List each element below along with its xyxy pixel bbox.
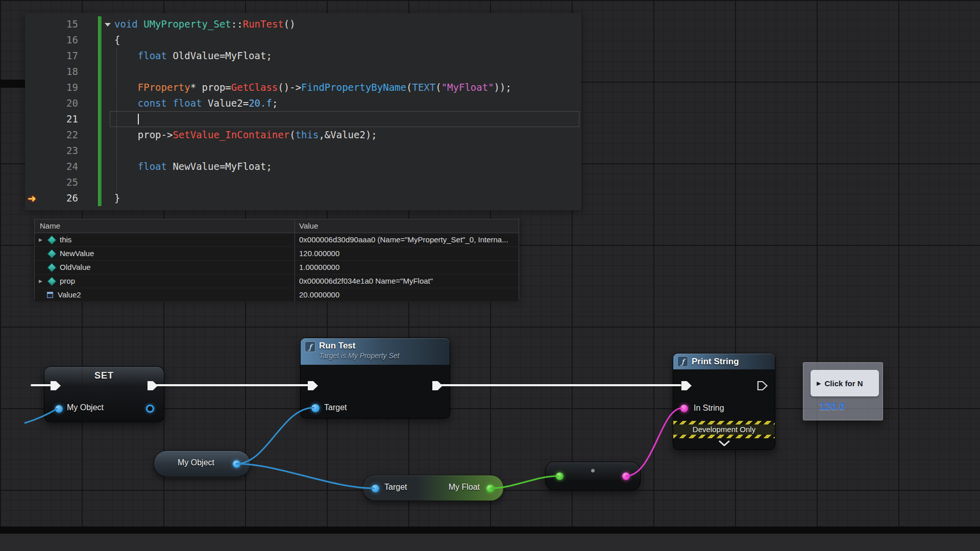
breakpoint-margin[interactable]: ➜: [25, 190, 44, 206]
watch-row[interactable]: ▶this0x000006d30d90aaa0 (Name="MyPropert…: [35, 233, 519, 247]
my-object-variable-node[interactable]: My Object: [154, 450, 251, 477]
variable-value[interactable]: 0x000006d2f034e1a0 Name="MyFloat": [295, 274, 519, 288]
code-text[interactable]: }: [114, 190, 581, 206]
code-line[interactable]: 24 float NewValue=MyFloat;: [25, 159, 581, 174]
watch-row[interactable]: OldValue1.00000000: [35, 261, 519, 274]
fold-gutter[interactable]: [78, 48, 114, 64]
code-line[interactable]: 17 float OldValue=MyFloat;: [25, 48, 581, 64]
code-line[interactable]: 21: [25, 111, 581, 127]
breakpoint-margin[interactable]: [25, 111, 44, 127]
fold-gutter[interactable]: [78, 174, 114, 190]
in-string-input-pin[interactable]: [680, 405, 688, 412]
watch-name-cell[interactable]: NewValue: [35, 247, 295, 260]
exec-in-pin[interactable]: [681, 381, 692, 391]
blueprint-graph-canvas[interactable]: SET My Object ƒ Run Test Target is My Pr…: [0, 0, 980, 551]
code-text[interactable]: {: [114, 32, 581, 48]
string-output-pin[interactable]: [622, 472, 630, 480]
code-text[interactable]: float NewValue=MyFloat;: [114, 159, 581, 174]
expander-icon[interactable]: ▶: [39, 233, 47, 246]
breakpoint-margin[interactable]: [25, 48, 44, 64]
variable-value[interactable]: 1.00000000: [295, 261, 519, 274]
code-line[interactable]: 16{: [25, 32, 581, 48]
code-text[interactable]: [114, 143, 581, 159]
fold-gutter[interactable]: [78, 32, 114, 48]
line-number: 16: [44, 32, 78, 48]
fold-gutter[interactable]: [78, 190, 114, 206]
object-variable-icon: [47, 263, 56, 272]
breakpoint-margin[interactable]: [25, 95, 44, 111]
conversion-node[interactable]: [545, 462, 641, 490]
breakpoint-margin[interactable]: [25, 127, 44, 143]
code-text[interactable]: prop->SetValue_InContainer(this,&Value2)…: [114, 127, 581, 143]
code-line[interactable]: 18: [25, 64, 581, 80]
variable-value[interactable]: 20.0000000: [295, 288, 519, 302]
code-line[interactable]: ➜26}: [25, 190, 581, 206]
code-line[interactable]: 25: [25, 174, 581, 190]
watch-column-name[interactable]: Name: [35, 219, 295, 233]
code-text[interactable]: const float Value2=20.f;: [114, 95, 581, 111]
fold-gutter[interactable]: [78, 64, 114, 80]
get-my-float-node[interactable]: Target My Float: [362, 475, 504, 501]
code-text[interactable]: float OldValue=MyFloat;: [114, 48, 581, 64]
breakpoint-margin[interactable]: [25, 159, 44, 174]
development-only-banner: Development Only: [673, 421, 775, 438]
code-line[interactable]: 15void UMyProperty_Set::RunTest(): [25, 16, 581, 32]
debug-bubble-header[interactable]: ▶ Click for N: [811, 370, 879, 396]
my-object-input-pin[interactable]: [55, 405, 63, 413]
run-test-node[interactable]: ƒ Run Test Target is My Property Set Tar…: [300, 338, 450, 418]
code-text[interactable]: [114, 111, 581, 127]
watch-window: Name Value ▶this0x000006d30d90aaa0 (Name…: [34, 219, 519, 299]
fold-gutter[interactable]: [78, 159, 114, 174]
fold-gutter[interactable]: [78, 16, 114, 32]
target-input-pin[interactable]: [372, 485, 379, 492]
watch-name-cell[interactable]: ▶this: [35, 233, 295, 246]
breakpoint-margin[interactable]: [25, 80, 44, 95]
variable-value[interactable]: 120.000000: [295, 247, 519, 260]
my-object-output-pin[interactable]: [233, 460, 240, 468]
watch-column-value[interactable]: Value: [295, 219, 519, 233]
exec-in-pin[interactable]: [50, 381, 61, 391]
code-text[interactable]: [114, 64, 581, 80]
exec-out-pin[interactable]: [147, 381, 158, 391]
fold-gutter[interactable]: [78, 111, 114, 127]
debug-watch-bubble[interactable]: ▶ Click for N 120.0: [803, 362, 883, 420]
line-number: 26: [44, 190, 78, 206]
watch-row[interactable]: Value220.0000000: [35, 288, 519, 302]
exec-out-pin[interactable]: [757, 381, 768, 391]
breakpoint-margin[interactable]: [25, 174, 44, 190]
fold-gutter[interactable]: [78, 95, 114, 111]
fold-gutter[interactable]: [78, 143, 114, 159]
collapse-chevron-icon[interactable]: [105, 23, 111, 27]
watch-name-cell[interactable]: OldValue: [35, 261, 295, 274]
my-object-output-pin[interactable]: [146, 405, 154, 413]
target-input-pin[interactable]: [311, 404, 320, 412]
breakpoint-margin[interactable]: [25, 64, 44, 80]
breakpoint-margin[interactable]: [25, 16, 44, 32]
code-line[interactable]: 22 prop->SetValue_InContainer(this,&Valu…: [25, 127, 581, 143]
code-line[interactable]: 19 FProperty* prop=GetClass()->FindPrope…: [25, 80, 581, 95]
set-node[interactable]: SET My Object: [44, 366, 164, 422]
variable-value[interactable]: 0x000006d30d90aaa0 (Name="MyProperty_Set…: [295, 233, 519, 246]
chevron-down-icon[interactable]: [719, 439, 730, 448]
code-line[interactable]: 23: [25, 143, 581, 159]
text-cursor: [138, 114, 139, 124]
execution-pointer-icon: ➜: [28, 191, 36, 207]
code-text[interactable]: [114, 174, 581, 190]
exec-in-pin[interactable]: [307, 381, 318, 391]
watch-name-cell[interactable]: Value2: [35, 288, 295, 302]
breakpoint-margin[interactable]: [25, 32, 44, 48]
fold-gutter[interactable]: [78, 127, 114, 143]
watch-name-cell[interactable]: ▶prop: [35, 274, 295, 288]
exec-out-pin[interactable]: [432, 381, 443, 391]
print-string-node[interactable]: ƒ Print String In String Development Onl…: [673, 353, 775, 450]
code-text[interactable]: void UMyProperty_Set::RunTest(): [114, 16, 581, 32]
breakpoint-margin[interactable]: [25, 143, 44, 159]
float-input-pin[interactable]: [556, 472, 564, 480]
watch-row[interactable]: NewValue120.000000: [35, 247, 519, 261]
my-float-output-pin[interactable]: [486, 485, 494, 492]
code-text[interactable]: FProperty* prop=GetClass()->FindProperty…: [114, 80, 581, 95]
expander-icon[interactable]: ▶: [39, 274, 47, 288]
fold-gutter[interactable]: [78, 80, 114, 95]
watch-row[interactable]: ▶prop0x000006d2f034e1a0 Name="MyFloat": [35, 274, 519, 288]
code-line[interactable]: 20 const float Value2=20.f;: [25, 95, 581, 111]
